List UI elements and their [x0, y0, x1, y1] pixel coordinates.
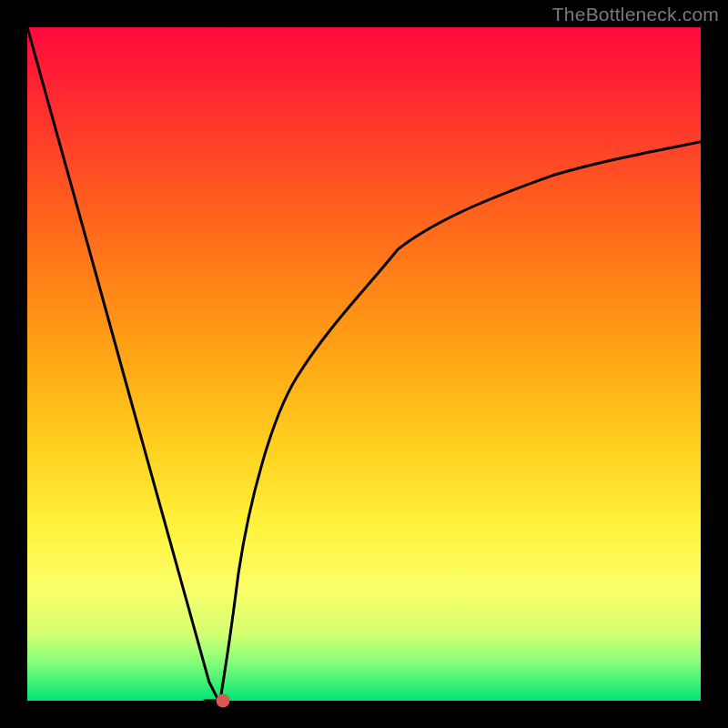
minimum-marker — [216, 694, 229, 708]
bottleneck-curve — [27, 27, 701, 701]
chart-frame: TheBottleneck.com — [0, 0, 728, 728]
watermark-text: TheBottleneck.com — [552, 4, 719, 25]
curve-right-branch — [220, 142, 701, 701]
plot-area — [27, 27, 701, 701]
curve-left-branch — [27, 27, 218, 701]
